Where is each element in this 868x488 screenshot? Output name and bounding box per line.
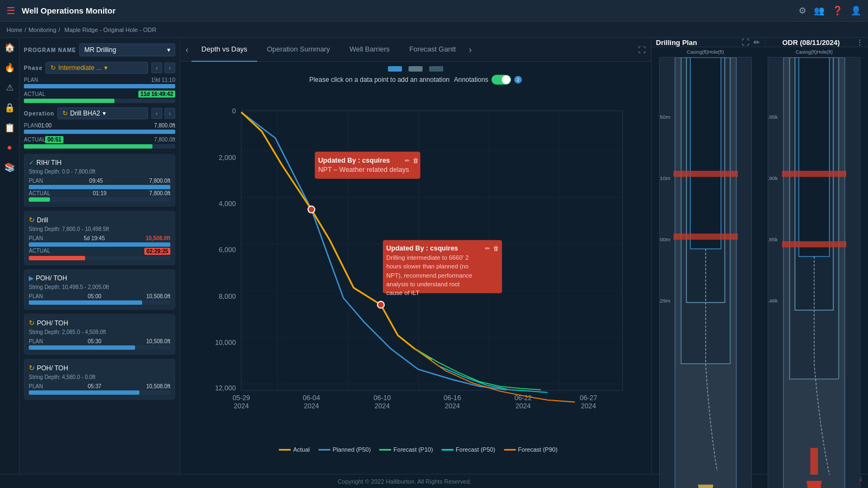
legend-p90-line xyxy=(504,449,516,451)
program-name-row: PROGRAM NAME MR Drilling ▾ xyxy=(24,43,175,56)
toggle-knob xyxy=(502,75,510,84)
legend-actual-line xyxy=(279,449,291,451)
op-nav-arrows: ‹ › xyxy=(151,108,175,119)
center-panel: ‹ Depth vs Days Operation Summary Well B… xyxy=(180,38,651,474)
spinner2-icon: ↻ xyxy=(29,319,35,327)
expand-icon2[interactable]: ⛶ xyxy=(742,38,749,47)
svg-rect-63 xyxy=(810,448,818,474)
svg-text:4,000: 4,000 xyxy=(219,200,235,208)
svg-text:✏: ✏ xyxy=(485,245,490,252)
drilling-plan-title: Drilling Plan xyxy=(656,38,737,47)
svg-text:hours slower than planned (no: hours slower than planned (no xyxy=(386,264,469,270)
svg-text:2024: 2024 xyxy=(304,402,319,410)
breadcrumb-current: Maple Ridge - Original Hole - ODR xyxy=(65,27,156,33)
phase-next-button[interactable]: › xyxy=(164,62,175,73)
help-icon[interactable]: ❓ xyxy=(832,5,843,16)
operations-list: ✓RIH/ TIH String Depth: 0.0 - 7,800.0ft … xyxy=(24,154,175,400)
chart-legend: Actual Planned (P50) Forecast (P10) Fore… xyxy=(207,443,629,456)
svg-text:06-04: 06-04 xyxy=(303,394,320,402)
annotations-toggle-switch[interactable] xyxy=(492,75,511,85)
operation-label: Operation xyxy=(24,111,54,117)
op-actual-row: ACTUAL 00:51 7,800.0ft xyxy=(24,136,175,149)
chart-area[interactable]: 0 2,000 4,000 6,000 8,000 10,000 12,000 … xyxy=(180,88,651,474)
op-next-button[interactable]: › xyxy=(164,108,175,119)
drill-spinner-icon: ↻ xyxy=(29,216,35,224)
main-layout: 🏠 🔥 ⚠ 🔒 📋 ● 📚 PROGRAM NAME MR Drilling ▾… xyxy=(0,38,868,474)
breadcrumb-home[interactable]: Home xyxy=(7,27,22,33)
tab-depth-vs-days[interactable]: Depth vs Days xyxy=(192,38,257,62)
operation-rih-tih: ✓RIH/ TIH String Depth: 0.0 - 7,800.0ft … xyxy=(24,154,175,207)
tab-next-button[interactable]: › xyxy=(465,45,475,55)
odr-settings-icon[interactable]: ⋮ xyxy=(856,38,864,47)
tab-prev-button[interactable]: ‹ xyxy=(182,45,192,55)
sidebar-icon-dot[interactable]: ● xyxy=(7,143,12,152)
operation-poh-toh-1: ▶POH/ TOH String Depth: 10,498.5 - 2,005… xyxy=(24,269,175,310)
phase-select[interactable]: ↻ Intermediate ... ▾ xyxy=(46,62,148,74)
svg-rect-40 xyxy=(690,57,720,249)
svg-rect-54 xyxy=(782,171,846,177)
expand-icon[interactable]: ⛶ xyxy=(635,46,649,54)
annotations-label: Annotations xyxy=(454,76,488,84)
sidebar-icon-lock[interactable]: 🔒 xyxy=(4,102,15,113)
sidebar-nav: 🏠 🔥 ⚠ 🔒 📋 ● 📚 xyxy=(0,38,20,474)
svg-text:2.50m: 2.50m xyxy=(660,114,670,120)
drilling-plan-diagram: 2.50m 5.10m 8.00m 0.29m xyxy=(659,57,752,488)
op-plan-row: PLAN 01:00 7,800.0ft xyxy=(24,123,175,134)
svg-text:analysis to understand root: analysis to understand root xyxy=(386,281,460,287)
legend-forecast-p90: Forecast (P90) xyxy=(504,446,558,453)
svg-text:2024: 2024 xyxy=(234,402,249,410)
op-spinner-icon: ↻ xyxy=(62,110,68,117)
chart-dot-2 xyxy=(409,66,423,72)
topbar: ☰ Well Operations Monitor ⚙ 👥 ❓ 👤 xyxy=(0,0,868,22)
chevron-down-icon: ▾ xyxy=(167,46,170,54)
phase-label: Phase xyxy=(24,65,42,71)
svg-text:3.90k: 3.90k xyxy=(768,175,778,181)
sidebar-icon-home[interactable]: 🏠 xyxy=(4,42,15,53)
svg-text:05-29: 05-29 xyxy=(233,394,250,402)
phase-nav-arrows: ‹ › xyxy=(151,62,175,73)
svg-text:8,000: 8,000 xyxy=(219,293,235,300)
tab-well-barriers[interactable]: Well Barriers xyxy=(340,38,399,62)
svg-text:2024: 2024 xyxy=(515,402,531,410)
settings-icon[interactable]: ⚙ xyxy=(799,5,806,16)
edit-icon[interactable]: ✏ xyxy=(754,38,760,47)
svg-point-22 xyxy=(378,301,385,309)
plan-tag: PLAN xyxy=(24,77,38,83)
tab-operation-summary[interactable]: Operation Summary xyxy=(257,38,340,62)
operation-poh-toh-3: ↻POH/ TOH String Depth: 4,580.0 - 0.0ft … xyxy=(24,359,175,400)
annotation-toggle: Annotations 2 xyxy=(454,75,522,85)
svg-text:2024: 2024 xyxy=(375,402,390,410)
sidebar-icon-alert[interactable]: ⚠ xyxy=(6,82,14,93)
menu-icon[interactable]: ☰ xyxy=(7,5,15,17)
phase-prev-button[interactable]: ‹ xyxy=(151,62,162,73)
svg-text:2024: 2024 xyxy=(445,402,460,410)
svg-text:0: 0 xyxy=(232,107,236,115)
breadcrumb-monitoring[interactable]: Monitoring xyxy=(28,27,56,33)
right-panel-header: Drilling Plan ⛶ ✏ | ODR (08/11/2024) ⋮ xyxy=(652,38,868,47)
program-select[interactable]: MR Drilling ▾ xyxy=(79,43,175,56)
tab-forecast-gantt[interactable]: Forecast Gantt xyxy=(399,38,465,62)
svg-text:2024: 2024 xyxy=(581,402,596,410)
svg-text:2,000: 2,000 xyxy=(219,154,235,162)
right-panel-content: Casing(ft) Hole(ft) xyxy=(652,47,868,488)
user-group-icon[interactable]: 👥 xyxy=(814,5,825,16)
user-icon[interactable]: 👤 xyxy=(851,5,861,16)
op-prev-button[interactable]: ‹ xyxy=(151,108,162,119)
app-title: Well Operations Monitor xyxy=(22,6,792,15)
sidebar-icon-layers[interactable]: 📚 xyxy=(4,162,15,172)
right-panel-icons: ⛶ ✏ xyxy=(742,38,760,47)
sidebar-icon-list[interactable]: 📋 xyxy=(4,123,15,133)
svg-text:06-10: 06-10 xyxy=(373,394,391,402)
legend-forecast-p10: Forecast (P10) xyxy=(379,446,433,453)
operation-select[interactable]: ↻ Drill BHA2 ▾ xyxy=(58,107,148,119)
svg-point-21 xyxy=(308,206,315,213)
tab-bar: ‹ Depth vs Days Operation Summary Well B… xyxy=(180,38,651,62)
sidebar-icon-fire[interactable]: 🔥 xyxy=(4,62,15,73)
topbar-actions: ⚙ 👥 ❓ 👤 xyxy=(799,5,861,16)
program-name-label: PROGRAM NAME xyxy=(24,47,76,53)
operation-row: Operation ↻ Drill BHA2 ▾ ‹ › xyxy=(24,107,175,119)
annotation-bar: Please click on a data point to add an a… xyxy=(180,74,651,88)
svg-text:10,000: 10,000 xyxy=(215,339,235,346)
svg-text:NPT – Weather related delays: NPT – Weather related delays xyxy=(318,166,409,174)
svg-text:5.85k: 5.85k xyxy=(768,236,778,242)
